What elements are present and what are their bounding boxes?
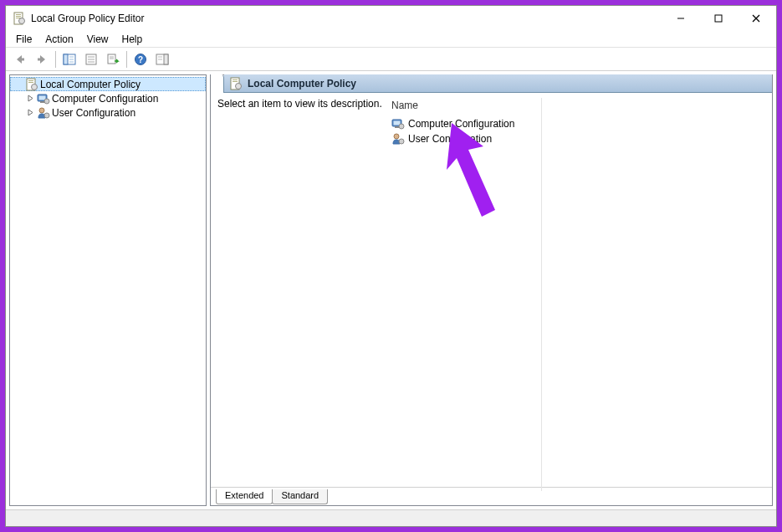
expander-icon (13, 79, 23, 90)
user-configuration-icon (391, 132, 405, 146)
svg-rect-30 (28, 80, 33, 81)
close-button[interactable] (737, 7, 774, 30)
user-configuration-icon (37, 106, 50, 120)
list-item-computer-configuration[interactable]: Computer Configuration (391, 116, 765, 131)
svg-point-32 (32, 84, 38, 90)
svg-point-36 (44, 99, 49, 104)
toolbar-separator (55, 51, 56, 68)
tab-extended[interactable]: Extended (216, 489, 273, 504)
toolbar-separator (126, 51, 127, 68)
menu-action[interactable]: Action (38, 32, 79, 47)
svg-rect-45 (395, 126, 399, 128)
tree-node-label: Computer Configuration (52, 93, 158, 105)
svg-point-48 (399, 139, 404, 144)
column-divider[interactable] (541, 98, 542, 491)
menu-view[interactable]: View (80, 32, 115, 47)
expand-collapse-icon[interactable] (25, 108, 35, 118)
tree-node-label: User Configuration (52, 107, 135, 119)
svg-rect-44 (394, 121, 401, 125)
detail-header-bar: Local Computer Policy (224, 74, 772, 93)
list-item-label: Computer Configuration (408, 118, 514, 130)
toolbar: ? (6, 48, 776, 71)
content-area: Local Computer Policy Computer Configura… (6, 71, 776, 509)
properties-button[interactable] (81, 49, 101, 69)
computer-configuration-icon (37, 92, 50, 105)
show-hide-action-pane-button[interactable] (152, 49, 172, 69)
tree-node-user-configuration[interactable]: User Configuration (13, 105, 206, 120)
svg-rect-26 (164, 54, 168, 64)
app-window: Local Group Policy Editor File Action Vi… (5, 5, 777, 527)
window-title: Local Group Policy Editor (31, 13, 662, 24)
policy-document-icon (229, 77, 243, 90)
detail-header: Local Computer Policy (211, 74, 772, 93)
policy-document-icon (25, 78, 38, 91)
svg-rect-2 (16, 16, 21, 17)
svg-point-46 (399, 124, 404, 129)
tree-node-computer-configuration[interactable]: Computer Configuration (13, 91, 206, 105)
detail-tabs: Extended Standard (211, 487, 772, 505)
forward-button[interactable] (32, 49, 52, 69)
tree-node-label: Local Computer Policy (40, 79, 141, 90)
minimize-button[interactable] (662, 7, 699, 30)
svg-rect-40 (233, 79, 238, 80)
svg-point-4 (19, 18, 25, 24)
window-controls (662, 7, 774, 30)
maximize-button[interactable] (699, 7, 737, 30)
svg-rect-9 (21, 58, 24, 60)
svg-point-47 (394, 134, 399, 139)
help-button[interactable]: ? (130, 49, 151, 69)
svg-rect-41 (233, 81, 238, 82)
svg-point-37 (39, 108, 44, 113)
tree-node-root[interactable]: Local Computer Policy (10, 77, 206, 91)
svg-rect-35 (40, 101, 44, 103)
list-item-label: User Configuration (408, 133, 492, 145)
menubar: File Action View Help (6, 31, 776, 48)
expand-collapse-icon[interactable] (25, 94, 35, 104)
svg-rect-1 (16, 14, 21, 15)
detail-header-title: Local Computer Policy (248, 78, 356, 90)
titlebar: Local Group Policy Editor (6, 6, 776, 31)
app-icon (13, 12, 26, 25)
svg-rect-31 (28, 82, 33, 83)
back-button[interactable] (10, 49, 30, 69)
show-hide-console-tree-button[interactable] (59, 49, 79, 69)
description-text: Select an item to view its description. (217, 98, 382, 110)
detail-body: Select an item to view its description. … (211, 93, 772, 487)
description-panel: Select an item to view its description. (217, 98, 391, 482)
menu-file[interactable]: File (9, 32, 38, 47)
menu-help[interactable]: Help (115, 32, 150, 47)
svg-point-42 (236, 83, 242, 89)
svg-point-38 (44, 113, 49, 118)
export-list-button[interactable] (103, 49, 123, 69)
detail-pane: Local Computer Policy Select an item to … (210, 74, 773, 506)
console-tree[interactable]: Local Computer Policy Computer Configura… (9, 74, 207, 506)
svg-rect-6 (715, 15, 722, 22)
svg-text:?: ? (138, 55, 143, 64)
list-item-user-configuration[interactable]: User Configuration (391, 131, 765, 146)
statusbar (6, 509, 776, 526)
header-notch (211, 74, 224, 93)
tab-standard[interactable]: Standard (272, 489, 328, 504)
svg-rect-10 (38, 58, 41, 60)
item-list: Name Computer Configuration User Conf (391, 98, 765, 482)
svg-rect-34 (39, 95, 46, 100)
svg-rect-12 (64, 54, 68, 64)
column-header-name[interactable]: Name (391, 98, 542, 116)
computer-configuration-icon (391, 117, 405, 130)
